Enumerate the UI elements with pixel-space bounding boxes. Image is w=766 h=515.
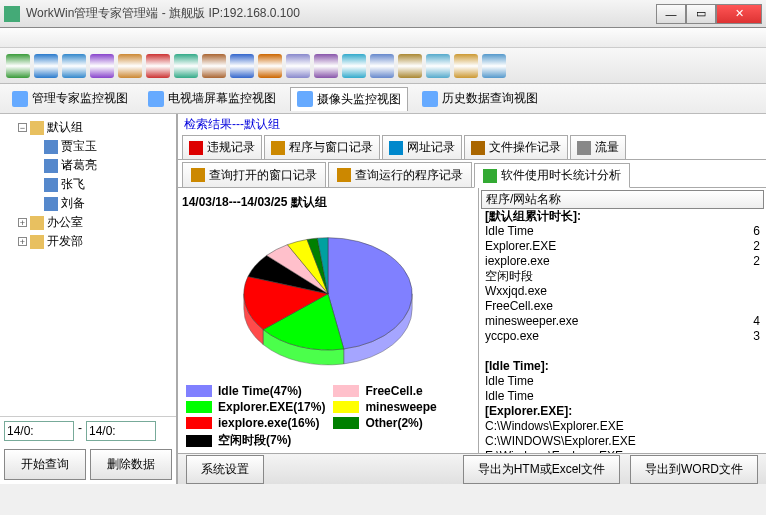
tree-item[interactable]: 刘备 (61, 195, 85, 212)
record-tab[interactable]: 网址记录 (382, 135, 462, 159)
tree-item[interactable]: 张飞 (61, 176, 85, 193)
close-button[interactable]: ✕ (716, 4, 762, 24)
tab-icon (471, 141, 485, 155)
computer-icon (44, 178, 58, 192)
expand-icon[interactable]: + (18, 237, 27, 246)
tree-item[interactable]: 贾宝玉 (61, 138, 97, 155)
list-item[interactable]: Idle Time (481, 374, 764, 389)
window-title: WorkWin管理专家管理端 - 旗舰版 IP:192.168.0.100 (26, 5, 656, 22)
list-item[interactable]: C:\WINDOWS\Explorer.EXE (481, 434, 764, 449)
group-icon (30, 121, 44, 135)
view-tab[interactable]: 历史数据查询视图 (416, 87, 544, 110)
legend-swatch (333, 401, 359, 413)
list-item[interactable]: yccpo.exe3 (481, 329, 764, 344)
tab-icon (389, 141, 403, 155)
export-htm-excel-button[interactable]: 导出为HTM或Excel文件 (463, 455, 620, 484)
list-item[interactable]: C:\Windows\Explorer.EXE (481, 419, 764, 434)
toolbar-icon-4[interactable] (118, 54, 142, 78)
tree-item[interactable]: 诸葛亮 (61, 157, 97, 174)
view-tab[interactable]: 摄像头监控视图 (290, 87, 408, 111)
view-tab[interactable]: 电视墙屏幕监控视图 (142, 87, 282, 110)
group-icon (30, 216, 44, 230)
toolbar-icon-1[interactable] (34, 54, 58, 78)
list-item[interactable]: Wxxjqd.exe (481, 284, 764, 299)
app-icon (4, 6, 20, 22)
list-item[interactable]: iexplore.exe2 (481, 254, 764, 269)
tab-icon (148, 91, 164, 107)
collapse-icon[interactable]: − (18, 123, 27, 132)
delete-data-button[interactable]: 删除数据 (90, 449, 172, 480)
footer-bar: 系统设置 导出为HTM或Excel文件 导出到WORD文件 (178, 453, 766, 484)
list-item[interactable]: minesweeper.exe4 (481, 314, 764, 329)
toolbar-icon-2[interactable] (62, 54, 86, 78)
menu-bar[interactable] (0, 28, 766, 48)
sub-tab[interactable]: 查询运行的程序记录 (328, 162, 472, 187)
toolbar-icon-6[interactable] (174, 54, 198, 78)
toolbar-icon-7[interactable] (202, 54, 226, 78)
chart-legend: Idle Time(47%)FreeCell.eExplorer.EXE(17%… (182, 384, 474, 449)
list-item[interactable]: Idle Time (481, 389, 764, 404)
list-group-title: [默认组累计时长]: (481, 209, 764, 224)
sub-tab[interactable]: 软件使用时长统计分析 (474, 163, 630, 188)
search-result-label: 检索结果---默认组 (178, 114, 766, 135)
tree-view[interactable]: −默认组 贾宝玉诸葛亮张飞刘备 +办公室 +开发部 (0, 114, 176, 416)
sub-tab[interactable]: 查询打开的窗口记录 (182, 162, 326, 187)
list-group-title: [Idle Time]: (481, 359, 764, 374)
toolbar (0, 48, 766, 84)
toolbar-icon-3[interactable] (90, 54, 114, 78)
computer-icon (44, 197, 58, 211)
view-tab[interactable]: 管理专家监控视图 (6, 87, 134, 110)
list-header[interactable]: 程序/网站名称 (481, 190, 764, 209)
date-from[interactable] (4, 421, 74, 441)
legend-swatch (186, 385, 212, 397)
record-tab[interactable]: 流量 (570, 135, 626, 159)
toolbar-icon-11[interactable] (314, 54, 338, 78)
record-tab[interactable]: 违规记录 (182, 135, 262, 159)
date-to[interactable] (86, 421, 156, 441)
expand-icon[interactable]: + (18, 218, 27, 227)
toolbar-icon-9[interactable] (258, 54, 282, 78)
minimize-button[interactable]: ― (656, 4, 686, 24)
list-item[interactable]: Idle Time6 (481, 224, 764, 239)
program-list[interactable]: 程序/网站名称[默认组累计时长]:Idle Time6Explorer.EXE2… (478, 188, 766, 453)
toolbar-icon-5[interactable] (146, 54, 170, 78)
content-panel: 检索结果---默认组 违规记录程序与窗口记录网址记录文件操作记录流量 查询打开的… (178, 114, 766, 484)
record-tab[interactable]: 文件操作记录 (464, 135, 568, 159)
legend-item: iexplore.exe(16%) (186, 416, 325, 430)
view-tabs: 管理专家监控视图电视墙屏幕监控视图摄像头监控视图历史数据查询视图 (0, 84, 766, 114)
chart-area: 14/03/18---14/03/25 默认组 Idle Time(47%)Fr… (178, 188, 478, 453)
list-item[interactable]: FreeCell.exe (481, 299, 764, 314)
tab-icon (577, 141, 591, 155)
list-item[interactable]: Explorer.EXE2 (481, 239, 764, 254)
record-tab[interactable]: 程序与窗口记录 (264, 135, 380, 159)
toolbar-icon-17[interactable] (482, 54, 506, 78)
legend-swatch (186, 401, 212, 413)
tab-icon (297, 91, 313, 107)
list-item[interactable]: 空闲时段 (481, 269, 764, 284)
tree-root[interactable]: 默认组 (47, 119, 83, 136)
toolbar-icon-15[interactable] (426, 54, 450, 78)
maximize-button[interactable]: ▭ (686, 4, 716, 24)
toolbar-icon-14[interactable] (398, 54, 422, 78)
toolbar-icon-8[interactable] (230, 54, 254, 78)
chart-header: 14/03/18---14/03/25 默认组 (182, 192, 474, 213)
toolbar-icon-13[interactable] (370, 54, 394, 78)
tab-icon (191, 168, 205, 182)
window-controls: ― ▭ ✕ (656, 4, 762, 24)
tab-icon (12, 91, 28, 107)
list-group-title: [Explorer.EXE]: (481, 404, 764, 419)
tree-group[interactable]: 开发部 (47, 233, 83, 250)
system-settings-button[interactable]: 系统设置 (186, 455, 264, 484)
toolbar-icon-12[interactable] (342, 54, 366, 78)
title-bar: WorkWin管理专家管理端 - 旗舰版 IP:192.168.0.100 ― … (0, 0, 766, 28)
tree-group[interactable]: 办公室 (47, 214, 83, 231)
legend-swatch (333, 385, 359, 397)
toolbar-icon-16[interactable] (454, 54, 478, 78)
legend-swatch (333, 417, 359, 429)
computer-icon (44, 140, 58, 154)
export-word-button[interactable]: 导出到WORD文件 (630, 455, 758, 484)
toolbar-icon-0[interactable] (6, 54, 30, 78)
toolbar-icon-10[interactable] (286, 54, 310, 78)
start-query-button[interactable]: 开始查询 (4, 449, 86, 480)
legend-item: Idle Time(47%) (186, 384, 325, 398)
